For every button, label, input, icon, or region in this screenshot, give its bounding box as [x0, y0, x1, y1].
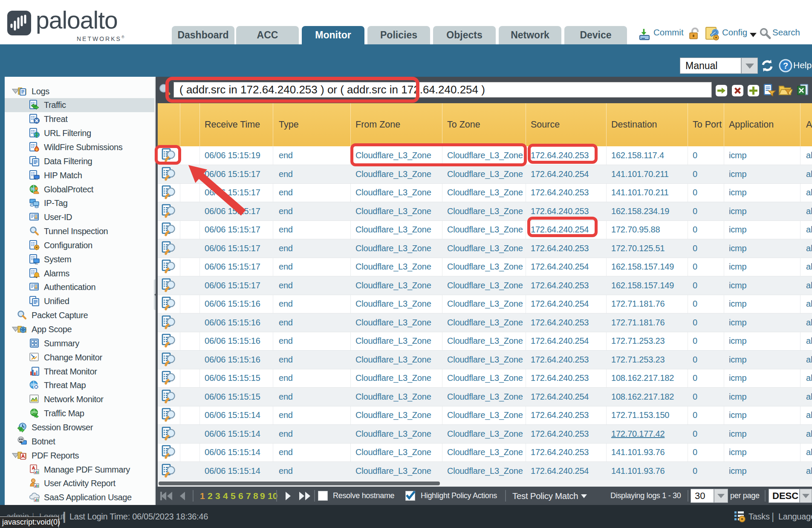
svg-text:?: ? — [783, 61, 788, 70]
